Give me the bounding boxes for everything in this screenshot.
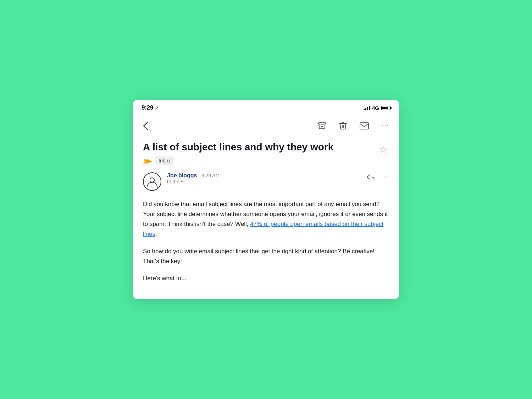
more-icon: ··· (382, 121, 389, 130)
email-body: Did you know that email subject lines ar… (143, 199, 389, 283)
more-sender-button[interactable]: ··· (382, 172, 389, 181)
network-label: 4G (372, 105, 379, 111)
email-paragraph-3: Here's what to... (143, 273, 389, 283)
more-sender-icon: ··· (382, 172, 389, 180)
sender-info: Joe bloggs 9:29 AM to me ▾ (167, 172, 361, 184)
back-button[interactable] (142, 118, 150, 132)
toolbar-left (142, 118, 150, 132)
status-time: 9:29 ↗ (142, 104, 159, 111)
status-bar: 9:29 ↗ 4G (133, 100, 399, 114)
toolbar-right: ··· (316, 120, 390, 132)
sender-avatar (143, 172, 161, 191)
status-right: 4G (364, 105, 390, 111)
subject-meta: Inbox (143, 156, 377, 165)
signal-bars (364, 105, 370, 110)
svg-rect-0 (318, 123, 326, 124)
more-button[interactable]: ··· (380, 120, 390, 132)
location-icon: ↗ (155, 105, 159, 111)
svg-point-4 (150, 178, 155, 183)
trash-icon (339, 121, 347, 130)
email-subject: A list of subject lines and why they wor… (143, 141, 377, 153)
signal-bar-3 (367, 107, 368, 110)
envelope-icon (360, 121, 369, 130)
archive-icon (318, 121, 326, 130)
chevron-down-icon: ▾ (181, 179, 183, 184)
back-icon (143, 120, 149, 131)
email-content: A list of subject lines and why they wor… (133, 138, 399, 299)
inbox-badge: Inbox (155, 156, 174, 165)
user-icon (146, 175, 159, 188)
forward-icon (143, 156, 152, 165)
svg-rect-1 (360, 123, 368, 129)
delete-button[interactable] (338, 120, 348, 132)
reply-icon (366, 172, 375, 180)
star-icon: ☆ (379, 144, 388, 155)
phone-frame: 9:29 ↗ 4G (133, 100, 399, 299)
star-button[interactable]: ☆ (377, 142, 389, 157)
sender-time: 9:29 AM (201, 173, 220, 178)
signal-bar-2 (365, 108, 366, 110)
mark-unread-button[interactable] (358, 120, 370, 132)
subject-main: A list of subject lines and why they wor… (143, 141, 377, 165)
sender-actions: ··· (366, 172, 389, 181)
archive-button[interactable] (316, 120, 328, 132)
signal-bar-4 (369, 106, 370, 110)
battery-fill (382, 107, 388, 109)
email-paragraph-2: So how do you write email subject lines … (143, 246, 389, 266)
reply-button[interactable] (366, 172, 375, 181)
email-paragraph-1: Did you know that email subject lines ar… (143, 199, 389, 239)
sender-name: Joe bloggs (167, 172, 197, 178)
sender-to[interactable]: to me ▾ (167, 179, 361, 184)
battery (381, 106, 390, 110)
subject-area: A list of subject lines and why they wor… (143, 141, 389, 165)
signal-bar-1 (364, 109, 365, 110)
battery-body (381, 106, 390, 110)
email-toolbar: ··· (133, 114, 399, 138)
sender-row: Joe bloggs 9:29 AM to me ▾ (143, 172, 389, 191)
